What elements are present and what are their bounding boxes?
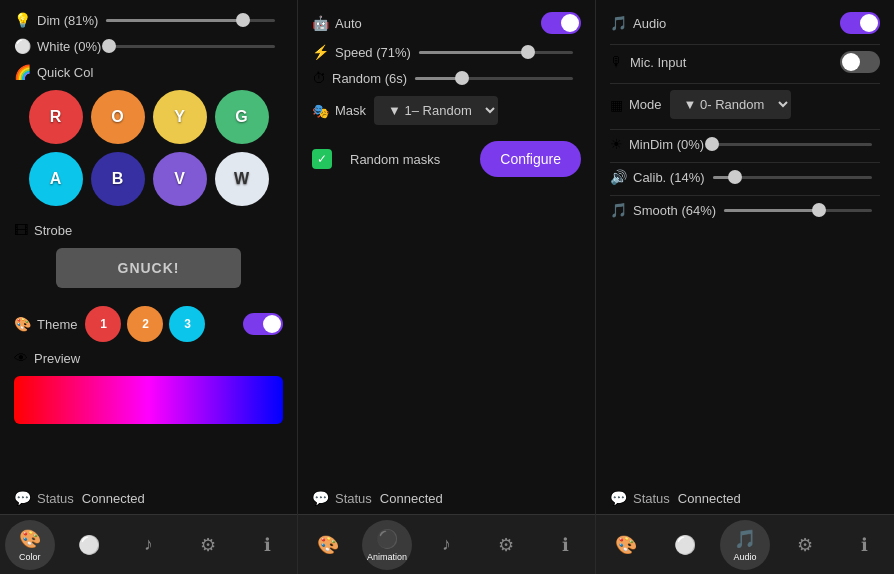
random-row: ⏱ Random (6s) [312, 70, 581, 86]
mode-icon: ▦ [610, 97, 623, 113]
random-masks-label: Random masks [350, 152, 440, 167]
mindim-label: MinDim (0%) [629, 137, 704, 152]
nav-color-3[interactable]: 🎨 [601, 520, 651, 570]
nav-info-1[interactable]: ℹ [242, 520, 292, 570]
mic-toggle[interactable] [840, 51, 880, 73]
status-value-2: Connected [380, 491, 443, 506]
bottom-nav-3: 🎨 ⚪ 🎵 Audio ⚙ ℹ [596, 514, 894, 574]
nav-music-2[interactable]: ♪ [421, 520, 471, 570]
status-label-2: Status [335, 491, 372, 506]
mask-row: 🎭 Mask ▼ 1– Random ▼ 2– Stripes ▼ 3– Dot… [312, 96, 581, 125]
calib-row: 🔊 Calib. (14%) [610, 169, 880, 185]
nav-settings-1[interactable]: ⚙ [183, 520, 233, 570]
color-W[interactable]: W [215, 152, 269, 206]
white-icon: ⚪ [14, 38, 31, 54]
theme-label: Theme [37, 317, 77, 332]
status-label-1: Status [37, 491, 74, 506]
mindim-row: ☀ MinDim (0%) [610, 136, 880, 152]
auto-icon: 🤖 [312, 15, 329, 31]
speed-slider[interactable] [419, 51, 573, 54]
color-row-1: R O Y G [29, 90, 269, 144]
audio-nav-icon: 🎵 [734, 528, 756, 550]
nav-info-3[interactable]: ℹ [839, 520, 889, 570]
ball-icon-1: ⚪ [78, 534, 100, 556]
preview-label: Preview [34, 351, 80, 366]
settings-icon-3: ⚙ [797, 534, 813, 556]
nav-info-2[interactable]: ℹ [540, 520, 590, 570]
status-value-3: Connected [678, 491, 741, 506]
smooth-row: 🎵 Smooth (64%) [610, 202, 880, 218]
configure-button[interactable]: Configure [480, 141, 581, 177]
quick-col-label: Quick Col [37, 65, 93, 80]
dim-icon: 💡 [14, 12, 31, 28]
mic-row: 🎙 Mic. Input [610, 51, 880, 73]
calib-label: Calib. (14%) [633, 170, 705, 185]
status-row-3: 💬 Status Connected [596, 482, 894, 514]
mask-select[interactable]: ▼ 1– Random ▼ 2– Stripes ▼ 3– Dots [374, 96, 498, 125]
color-grid: R O Y G A B V W [14, 90, 283, 214]
nav-audio[interactable]: 🎵 Audio [720, 520, 770, 570]
color-G[interactable]: G [215, 90, 269, 144]
settings-icon-1: ⚙ [200, 534, 216, 556]
theme-3[interactable]: 3 [169, 306, 205, 342]
color-R[interactable]: R [29, 90, 83, 144]
speed-icon: ⚡ [312, 44, 329, 60]
theme-2[interactable]: 2 [127, 306, 163, 342]
audio-toggle[interactable] [840, 12, 880, 34]
mindim-slider[interactable] [712, 143, 872, 146]
random-slider[interactable] [415, 77, 573, 80]
animation-panel: 🤖 Auto ⚡ Speed (71%) ⏱ Random (6s) [298, 0, 596, 574]
nav-animation[interactable]: ⚫ Animation [362, 520, 412, 570]
color-B[interactable]: B [91, 152, 145, 206]
nav-color-label: Color [19, 552, 41, 562]
status-value-1: Connected [82, 491, 145, 506]
random-masks-checkbox[interactable]: ✓ [312, 149, 332, 169]
smooth-slider[interactable] [724, 209, 872, 212]
color-Y[interactable]: Y [153, 90, 207, 144]
nav-settings-3[interactable]: ⚙ [780, 520, 830, 570]
color-nav-icon: 🎨 [19, 528, 41, 550]
dim-row: 💡 Dim (81%) [14, 12, 283, 28]
theme-1[interactable]: 1 [85, 306, 121, 342]
theme-toggle[interactable] [243, 313, 283, 335]
white-row: ⚪ White (0%) [14, 38, 283, 54]
bottom-nav-1: 🎨 Color ⚪ ♪ ⚙ ℹ [0, 514, 297, 574]
status-icon-3: 💬 [610, 490, 627, 506]
info-icon-3: ℹ [861, 534, 868, 556]
preview-icon: 👁 [14, 350, 28, 366]
random-icon: ⏱ [312, 70, 326, 86]
calib-slider[interactable] [713, 176, 872, 179]
nav-color[interactable]: 🎨 Color [5, 520, 55, 570]
preview-bar [14, 376, 283, 424]
nav-ball-3[interactable]: ⚪ [660, 520, 710, 570]
preview-row: 👁 Preview [14, 350, 283, 366]
info-icon-1: ℹ [264, 534, 271, 556]
mindim-icon: ☀ [610, 136, 623, 152]
color-O[interactable]: O [91, 90, 145, 144]
nav-ball-1[interactable]: ⚪ [64, 520, 114, 570]
music-icon-2: ♪ [442, 534, 451, 555]
ball-icon-3: ⚪ [674, 534, 696, 556]
color-nav-icon-2: 🎨 [317, 534, 339, 556]
nav-color-2[interactable]: 🎨 [303, 520, 353, 570]
nav-settings-2[interactable]: ⚙ [481, 520, 531, 570]
theme-circles: 1 2 3 [85, 306, 205, 342]
mode-select[interactable]: ▼ 0- Random ▼ 1- Beat ▼ 2- Bass ▼ 3- Tre… [670, 90, 791, 119]
mask-icon: 🎭 [312, 103, 329, 119]
gnuck-button[interactable]: GNUCK! [56, 248, 241, 288]
color-V[interactable]: V [153, 152, 207, 206]
white-slider[interactable] [109, 45, 275, 48]
nav-music-1[interactable]: ♪ [123, 520, 173, 570]
color-A[interactable]: A [29, 152, 83, 206]
theme-icon: 🎨 [14, 316, 31, 332]
dim-slider[interactable] [106, 19, 275, 22]
smooth-label: Smooth (64%) [633, 203, 716, 218]
mask-label: Mask [335, 103, 366, 118]
strobe-label: Strobe [34, 223, 72, 238]
bottom-nav-2: 🎨 ⚫ Animation ♪ ⚙ ℹ [298, 514, 595, 574]
status-icon-1: 💬 [14, 490, 31, 506]
auto-toggle[interactable] [541, 12, 581, 34]
strobe-row: 🎞 Strobe [14, 222, 283, 238]
smooth-icon: 🎵 [610, 202, 627, 218]
audio-row: 🎵 Audio [610, 12, 880, 34]
